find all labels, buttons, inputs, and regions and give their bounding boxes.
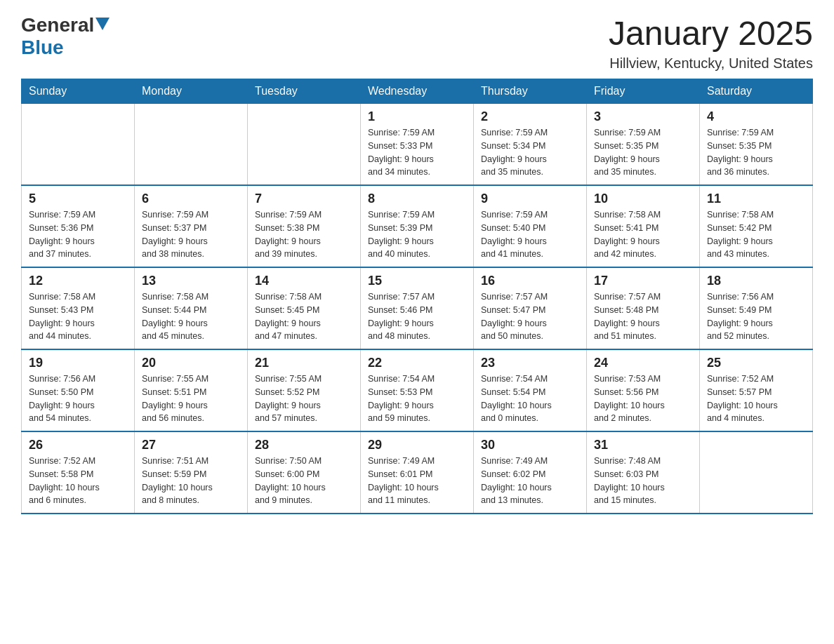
day-number: 4 xyxy=(707,109,805,124)
day-info: Sunrise: 7:55 AM Sunset: 5:52 PM Dayligh… xyxy=(255,373,353,425)
logo-triangle-icon xyxy=(95,18,110,30)
day-number: 13 xyxy=(142,274,240,288)
calendar-day-20: 20Sunrise: 7:55 AM Sunset: 5:51 PM Dayli… xyxy=(135,349,248,431)
header-row: SundayMondayTuesdayWednesdayThursdayFrid… xyxy=(22,79,813,104)
day-info: Sunrise: 7:58 AM Sunset: 5:45 PM Dayligh… xyxy=(255,290,353,343)
day-info: Sunrise: 7:59 AM Sunset: 5:35 PM Dayligh… xyxy=(707,126,805,179)
day-number: 27 xyxy=(142,438,240,452)
calendar-day-9: 9Sunrise: 7:59 AM Sunset: 5:40 PM Daylig… xyxy=(474,185,587,267)
day-info: Sunrise: 7:55 AM Sunset: 5:51 PM Dayligh… xyxy=(142,373,240,425)
calendar-day-16: 16Sunrise: 7:57 AM Sunset: 5:47 PM Dayli… xyxy=(474,267,587,349)
calendar-day-29: 29Sunrise: 7:49 AM Sunset: 6:01 PM Dayli… xyxy=(361,431,474,514)
day-info: Sunrise: 7:59 AM Sunset: 5:36 PM Dayligh… xyxy=(29,208,127,261)
day-info: Sunrise: 7:56 AM Sunset: 5:49 PM Dayligh… xyxy=(707,290,805,343)
day-number: 6 xyxy=(142,192,240,206)
day-info: Sunrise: 7:59 AM Sunset: 5:39 PM Dayligh… xyxy=(368,208,466,261)
day-info: Sunrise: 7:59 AM Sunset: 5:38 PM Dayligh… xyxy=(255,208,353,261)
day-number: 10 xyxy=(594,192,692,206)
day-info: Sunrise: 7:59 AM Sunset: 5:33 PM Dayligh… xyxy=(368,126,466,179)
calendar-empty xyxy=(135,104,248,186)
day-number: 8 xyxy=(368,192,466,206)
logo-blue-text: Blue xyxy=(21,36,110,59)
day-number: 18 xyxy=(707,274,805,288)
calendar-day-5: 5Sunrise: 7:59 AM Sunset: 5:36 PM Daylig… xyxy=(22,185,135,267)
day-number: 11 xyxy=(707,192,805,206)
day-info: Sunrise: 7:57 AM Sunset: 5:46 PM Dayligh… xyxy=(368,290,466,343)
day-info: Sunrise: 7:59 AM Sunset: 5:37 PM Dayligh… xyxy=(142,208,240,261)
day-number: 1 xyxy=(368,109,466,124)
calendar-day-21: 21Sunrise: 7:55 AM Sunset: 5:52 PM Dayli… xyxy=(248,349,361,431)
header-cell-friday: Friday xyxy=(587,79,700,104)
calendar-day-25: 25Sunrise: 7:52 AM Sunset: 5:57 PM Dayli… xyxy=(700,349,813,431)
day-info: Sunrise: 7:56 AM Sunset: 5:50 PM Dayligh… xyxy=(29,373,127,425)
calendar-day-24: 24Sunrise: 7:53 AM Sunset: 5:56 PM Dayli… xyxy=(587,349,700,431)
calendar-day-2: 2Sunrise: 7:59 AM Sunset: 5:34 PM Daylig… xyxy=(474,104,587,186)
day-number: 3 xyxy=(594,109,692,124)
location-text: Hillview, Kentucky, United States xyxy=(609,55,813,72)
calendar-week-4: 19Sunrise: 7:56 AM Sunset: 5:50 PM Dayli… xyxy=(22,349,813,431)
calendar-empty xyxy=(248,104,361,186)
calendar-day-6: 6Sunrise: 7:59 AM Sunset: 5:37 PM Daylig… xyxy=(135,185,248,267)
calendar-day-28: 28Sunrise: 7:50 AM Sunset: 6:00 PM Dayli… xyxy=(248,431,361,514)
page-header: General Blue January 2025 Hillview, Kent… xyxy=(21,14,813,72)
day-number: 14 xyxy=(255,274,353,288)
day-info: Sunrise: 7:49 AM Sunset: 6:01 PM Dayligh… xyxy=(368,455,466,507)
day-info: Sunrise: 7:52 AM Sunset: 5:58 PM Dayligh… xyxy=(29,455,127,507)
calendar-empty xyxy=(22,104,135,186)
day-info: Sunrise: 7:58 AM Sunset: 5:42 PM Dayligh… xyxy=(707,208,805,261)
calendar-day-31: 31Sunrise: 7:48 AM Sunset: 6:03 PM Dayli… xyxy=(587,431,700,514)
calendar-table: SundayMondayTuesdayWednesdayThursdayFrid… xyxy=(21,79,813,514)
day-number: 31 xyxy=(594,438,692,452)
calendar-day-14: 14Sunrise: 7:58 AM Sunset: 5:45 PM Dayli… xyxy=(248,267,361,349)
calendar-week-3: 12Sunrise: 7:58 AM Sunset: 5:43 PM Dayli… xyxy=(22,267,813,349)
calendar-day-8: 8Sunrise: 7:59 AM Sunset: 5:39 PM Daylig… xyxy=(361,185,474,267)
day-number: 20 xyxy=(142,356,240,370)
logo: General Blue xyxy=(21,14,110,59)
calendar-day-17: 17Sunrise: 7:57 AM Sunset: 5:48 PM Dayli… xyxy=(587,267,700,349)
day-number: 24 xyxy=(594,356,692,370)
day-number: 9 xyxy=(481,192,579,206)
calendar-week-1: 1Sunrise: 7:59 AM Sunset: 5:33 PM Daylig… xyxy=(22,104,813,186)
calendar-day-3: 3Sunrise: 7:59 AM Sunset: 5:35 PM Daylig… xyxy=(587,104,700,186)
calendar-day-12: 12Sunrise: 7:58 AM Sunset: 5:43 PM Dayli… xyxy=(22,267,135,349)
month-title: January 2025 xyxy=(609,14,813,53)
calendar-day-27: 27Sunrise: 7:51 AM Sunset: 5:59 PM Dayli… xyxy=(135,431,248,514)
day-number: 5 xyxy=(29,192,127,206)
day-info: Sunrise: 7:58 AM Sunset: 5:41 PM Dayligh… xyxy=(594,208,692,261)
calendar-day-11: 11Sunrise: 7:58 AM Sunset: 5:42 PM Dayli… xyxy=(700,185,813,267)
calendar-day-15: 15Sunrise: 7:57 AM Sunset: 5:46 PM Dayli… xyxy=(361,267,474,349)
calendar-day-4: 4Sunrise: 7:59 AM Sunset: 5:35 PM Daylig… xyxy=(700,104,813,186)
header-cell-wednesday: Wednesday xyxy=(361,79,474,104)
day-number: 2 xyxy=(481,109,579,124)
header-cell-sunday: Sunday xyxy=(22,79,135,104)
day-info: Sunrise: 7:53 AM Sunset: 5:56 PM Dayligh… xyxy=(594,373,692,425)
header-cell-monday: Monday xyxy=(135,79,248,104)
title-area: January 2025 Hillview, Kentucky, United … xyxy=(609,14,813,72)
day-info: Sunrise: 7:50 AM Sunset: 6:00 PM Dayligh… xyxy=(255,455,353,507)
day-info: Sunrise: 7:59 AM Sunset: 5:35 PM Dayligh… xyxy=(594,126,692,179)
day-info: Sunrise: 7:57 AM Sunset: 5:47 PM Dayligh… xyxy=(481,290,579,343)
day-number: 28 xyxy=(255,438,353,452)
day-info: Sunrise: 7:48 AM Sunset: 6:03 PM Dayligh… xyxy=(594,455,692,507)
day-number: 15 xyxy=(368,274,466,288)
calendar-day-18: 18Sunrise: 7:56 AM Sunset: 5:49 PM Dayli… xyxy=(700,267,813,349)
header-cell-thursday: Thursday xyxy=(474,79,587,104)
day-number: 17 xyxy=(594,274,692,288)
day-number: 7 xyxy=(255,192,353,206)
day-number: 21 xyxy=(255,356,353,370)
day-info: Sunrise: 7:52 AM Sunset: 5:57 PM Dayligh… xyxy=(707,373,805,425)
calendar-body: 1Sunrise: 7:59 AM Sunset: 5:33 PM Daylig… xyxy=(22,104,813,514)
day-number: 26 xyxy=(29,438,127,452)
calendar-day-30: 30Sunrise: 7:49 AM Sunset: 6:02 PM Dayli… xyxy=(474,431,587,514)
day-info: Sunrise: 7:57 AM Sunset: 5:48 PM Dayligh… xyxy=(594,290,692,343)
day-info: Sunrise: 7:54 AM Sunset: 5:53 PM Dayligh… xyxy=(368,373,466,425)
calendar-day-10: 10Sunrise: 7:58 AM Sunset: 5:41 PM Dayli… xyxy=(587,185,700,267)
day-info: Sunrise: 7:58 AM Sunset: 5:43 PM Dayligh… xyxy=(29,290,127,343)
calendar-day-23: 23Sunrise: 7:54 AM Sunset: 5:54 PM Dayli… xyxy=(474,349,587,431)
calendar-day-7: 7Sunrise: 7:59 AM Sunset: 5:38 PM Daylig… xyxy=(248,185,361,267)
day-number: 30 xyxy=(481,438,579,452)
calendar-day-19: 19Sunrise: 7:56 AM Sunset: 5:50 PM Dayli… xyxy=(22,349,135,431)
calendar-day-26: 26Sunrise: 7:52 AM Sunset: 5:58 PM Dayli… xyxy=(22,431,135,514)
day-number: 23 xyxy=(481,356,579,370)
day-number: 19 xyxy=(29,356,127,370)
